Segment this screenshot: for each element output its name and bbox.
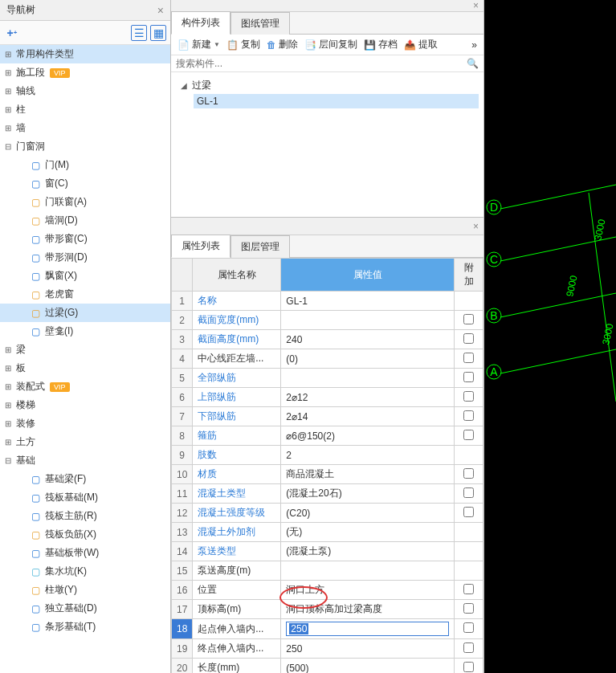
property-value-input[interactable]: 250 — [286, 622, 449, 636]
property-row[interactable]: 13 混凝土外加剂 (无) — [172, 523, 483, 542]
property-value-cell[interactable]: 250 — [281, 619, 455, 639]
layer-copy-button[interactable]: 📑层间复制 — [304, 38, 357, 51]
property-row[interactable]: 18 起点伸入墙内... 250 — [172, 619, 483, 639]
nav-tree-item[interactable]: ⊞轴线 — [0, 82, 170, 100]
property-extra-checkbox[interactable] — [463, 372, 474, 382]
property-extra-checkbox[interactable] — [463, 662, 474, 672]
property-row[interactable]: 7 下部纵筋 2⌀14 — [172, 407, 483, 426]
component-tree-root[interactable]: ◢ 过梁 — [176, 77, 479, 94]
nav-tree-child-item[interactable]: ▢门(M) — [0, 156, 170, 174]
property-extra-checkbox[interactable] — [463, 584, 474, 594]
property-row[interactable]: 15 泵送高度(m) — [172, 561, 483, 581]
collapse-icon[interactable]: ◢ — [179, 81, 189, 91]
tree-toggle-icon[interactable]: ⊞ — [3, 364, 13, 373]
tree-toggle-icon[interactable]: ⊟ — [3, 456, 13, 466]
property-value-cell[interactable]: (C20) — [281, 504, 455, 523]
property-name-link[interactable]: 材质 — [198, 468, 217, 479]
nav-tree-item[interactable]: ⊞梁 — [0, 341, 170, 359]
tree-toggle-icon[interactable]: ⊞ — [3, 105, 13, 115]
property-value[interactable]: (500) — [286, 663, 308, 674]
property-value[interactable]: GL-1 — [286, 296, 308, 307]
property-value-cell[interactable]: 商品混凝土 — [281, 465, 455, 484]
property-row[interactable]: 20 长度(mm) (500) — [172, 659, 483, 674]
property-value[interactable]: 2⌀14 — [286, 411, 308, 422]
property-row[interactable]: 5 全部纵筋 — [172, 369, 483, 388]
nav-tree-child-item[interactable]: ▢过梁(G) — [0, 304, 170, 322]
property-value[interactable]: (混凝土20石) — [286, 487, 341, 499]
delete-button[interactable]: 🗑删除 — [267, 38, 298, 51]
tab-drawing-management[interactable]: 图纸管理 — [230, 12, 290, 35]
property-value[interactable]: 洞口上方 — [286, 584, 324, 595]
tab-layer-management[interactable]: 图层管理 — [230, 235, 290, 258]
nav-tree-child-item[interactable]: ▢筏板负筋(X) — [0, 525, 170, 544]
property-value-cell[interactable] — [281, 369, 455, 388]
tree-toggle-icon[interactable]: ⊟ — [3, 142, 13, 152]
property-extra-checkbox[interactable] — [463, 622, 474, 633]
nav-tree-child-item[interactable]: ▢窗(C) — [0, 174, 170, 193]
list-view-icon[interactable]: ☰ — [131, 25, 147, 41]
property-value-cell[interactable]: GL-1 — [281, 292, 455, 311]
property-name-link[interactable]: 肢数 — [198, 449, 217, 460]
property-value[interactable]: 商品混凝土 — [286, 468, 334, 479]
property-row[interactable]: 10 材质 商品混凝土 — [172, 465, 483, 484]
nav-tree[interactable]: ⊞常用构件类型⊞施工段VIP⊞轴线⊞柱⊞墙⊟门窗洞▢门(M)▢窗(C)▢门联窗(… — [0, 45, 170, 673]
property-row[interactable]: 6 上部纵筋 2⌀12 — [172, 388, 483, 407]
property-row[interactable]: 2 截面宽度(mm) — [172, 311, 483, 330]
nav-tree-child-item[interactable]: ▢独立基础(D) — [0, 599, 170, 618]
nav-tree-item[interactable]: ⊞装修 — [0, 414, 170, 433]
property-value-cell[interactable]: ⌀6@150(2) — [281, 426, 455, 446]
nav-tree-child-item[interactable]: ▢老虎窗 — [0, 285, 170, 304]
tree-toggle-icon[interactable]: ⊞ — [3, 87, 13, 96]
component-search-input[interactable] — [176, 58, 467, 69]
nav-tree-child-item[interactable]: ▢带形窗(C) — [0, 230, 170, 248]
property-value-cell[interactable]: 2⌀12 — [281, 388, 455, 407]
property-extra-checkbox[interactable] — [463, 487, 474, 498]
property-value[interactable]: (混凝土泵) — [286, 545, 331, 557]
tab-component-list[interactable]: 构件列表 — [171, 11, 230, 35]
archive-button[interactable]: 💾存档 — [364, 38, 398, 51]
extract-button[interactable]: 📤提取 — [404, 38, 438, 51]
property-value[interactable]: 洞口顶标高加过梁高度 — [286, 603, 382, 614]
property-value-cell[interactable] — [281, 561, 455, 581]
property-value-cell[interactable]: (混凝土20石) — [281, 484, 455, 504]
tree-toggle-icon[interactable]: ⊞ — [3, 50, 13, 59]
property-extra-checkbox[interactable] — [463, 410, 474, 421]
nav-tree-child-item[interactable]: ▢基础梁(F) — [0, 470, 170, 488]
nav-tree-item[interactable]: ⊞土方 — [0, 433, 170, 451]
search-icon[interactable]: 🔍 — [467, 58, 479, 69]
property-row[interactable]: 12 混凝土强度等级 (C20) — [172, 504, 483, 523]
nav-tree-child-item[interactable]: ▢筏板主筋(R) — [0, 507, 170, 525]
property-value-cell[interactable]: (500) — [281, 659, 455, 674]
property-row[interactable]: 9 肢数 2 — [172, 446, 483, 465]
property-row[interactable]: 4 中心线距左墙... (0) — [172, 349, 483, 369]
nav-tree-item[interactable]: ⊞常用构件类型 — [0, 45, 170, 63]
property-value-cell[interactable]: 2 — [281, 446, 455, 465]
property-value[interactable]: (0) — [286, 353, 298, 365]
property-value[interactable]: 2 — [286, 450, 292, 461]
property-name-link[interactable]: 泵送类型 — [198, 545, 236, 557]
property-extra-checkbox[interactable] — [463, 642, 474, 653]
property-name-link[interactable]: 下部纵筋 — [198, 410, 236, 422]
nav-tree-item[interactable]: ⊞墙 — [0, 119, 170, 137]
nav-tree-child-item[interactable]: ▢集水坑(K) — [0, 562, 170, 581]
nav-tree-child-item[interactable]: ▢带形洞(D) — [0, 248, 170, 267]
property-extra-checkbox[interactable] — [463, 391, 474, 402]
nav-tree-item[interactable]: ⊞楼梯 — [0, 396, 170, 414]
new-button[interactable]: 📄新建▼ — [177, 38, 220, 51]
grid-view-icon[interactable]: ▦ — [150, 25, 166, 41]
property-name-link[interactable]: 截面宽度(mm) — [198, 314, 259, 325]
property-name-link[interactable]: 全部纵筋 — [198, 372, 236, 383]
property-name-link[interactable]: 箍筋 — [198, 430, 217, 441]
nav-tree-child-item[interactable]: ▢飘窗(X) — [0, 267, 170, 285]
property-row[interactable]: 16 位置 洞口上方 — [172, 581, 483, 600]
property-row[interactable]: 1 名称 GL-1 — [172, 292, 483, 311]
nav-tree-item[interactable]: ⊞装配式VIP — [0, 377, 170, 396]
property-value-cell[interactable] — [281, 311, 455, 330]
property-row[interactable]: 17 顶标高(m) 洞口顶标高加过梁高度 — [172, 600, 483, 619]
tab-property-list[interactable]: 属性列表 — [171, 235, 230, 258]
tree-toggle-icon[interactable]: ⊞ — [3, 345, 13, 355]
property-value-cell[interactable]: 2⌀14 — [281, 407, 455, 426]
property-value[interactable]: (无) — [286, 526, 302, 537]
property-extra-checkbox[interactable] — [463, 333, 474, 344]
property-value-cell[interactable]: (混凝土泵) — [281, 542, 455, 561]
